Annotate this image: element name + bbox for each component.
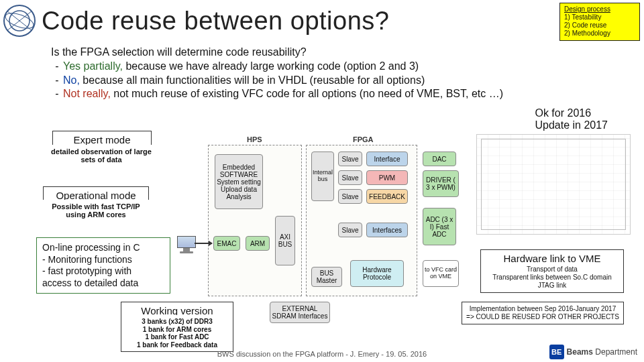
answer-no: No, <box>63 74 80 86</box>
link-arrow <box>195 243 212 244</box>
dac-block: DAC <box>423 152 456 166</box>
pc-icon <box>174 236 199 256</box>
hps-label: HPS <box>247 135 262 143</box>
answer-not-really: Not really, <box>63 88 111 99</box>
interfaces-block: Interfaces <box>366 223 408 237</box>
beams-department-badge: BE Beams Department <box>549 345 637 359</box>
slave-block: Slave <box>338 189 362 204</box>
footer-text: BWS discussion on the FPGA platform - J.… <box>0 350 644 358</box>
bus-master-block: BUS Master <box>311 267 342 287</box>
question-line: Is the FPGA selection will determine cod… <box>51 46 503 60</box>
embedded-sw-block: Embedded SOFTWARE System setting Upload … <box>215 154 263 209</box>
external-sdram-block: EXTERNAL SDRAM Interfaces <box>270 302 330 323</box>
expert-mode-caption: detailed observation of large sets of da… <box>43 145 160 166</box>
arm-block: ARM <box>246 236 270 251</box>
emac-block: EMAC <box>213 236 240 251</box>
to-vfc-block: to VFC card on VME <box>423 260 459 287</box>
driver-block: DRIVER ( 3 x PWM) <box>423 170 459 197</box>
body-text: Is the FPGA selection will determine cod… <box>51 46 503 101</box>
operational-mode-caption: Possible with fast TCP/IP using ARM core… <box>43 200 149 221</box>
axi-bus-block: AXI BUS <box>275 216 295 265</box>
cern-logo-icon <box>3 4 36 38</box>
slide-title: Code reuse between options? <box>42 7 389 36</box>
block-diagram: HPS FPGA Embedded SOFTWARE System settin… <box>195 135 463 323</box>
ok-2016-note: Ok for 2016 Update in 2017 <box>535 107 608 131</box>
interface-block: Interface <box>366 152 408 166</box>
be-badge-icon: BE <box>549 345 564 359</box>
slave-block: Slave <box>338 223 362 237</box>
slave-block: Slave <box>338 170 362 185</box>
adc-block: ADC (3 x I) Fast ADC <box>423 208 456 245</box>
hardware-vme-details: Transport of data Transparent links betw… <box>480 263 624 293</box>
design-process-heading: Design process <box>564 5 635 13</box>
design-process-line: 2) Methodology <box>564 29 635 38</box>
design-process-line: 2) Code reuse <box>564 21 635 29</box>
hw-protocole-block: Hardware Protocole <box>350 260 404 287</box>
pwm-block: PWM <box>366 170 408 185</box>
feedback-block: FEEDBACK <box>366 189 408 204</box>
design-process-line: 1) Testability <box>564 13 635 21</box>
design-process-box: Design process 1) Testability 2) Code re… <box>559 3 640 41</box>
analog-schematic-figure <box>476 134 631 235</box>
implementation-note-box: Implementation between Sep 2016-January … <box>462 302 624 324</box>
slave-block: Slave <box>338 152 362 166</box>
fpga-label: FPGA <box>353 135 374 143</box>
internal-bus-block: Internal bus <box>311 152 334 201</box>
answer-yes: Yes partially, <box>63 60 123 72</box>
online-processing-box: On-line processing in C - Monitoring fun… <box>36 237 170 294</box>
